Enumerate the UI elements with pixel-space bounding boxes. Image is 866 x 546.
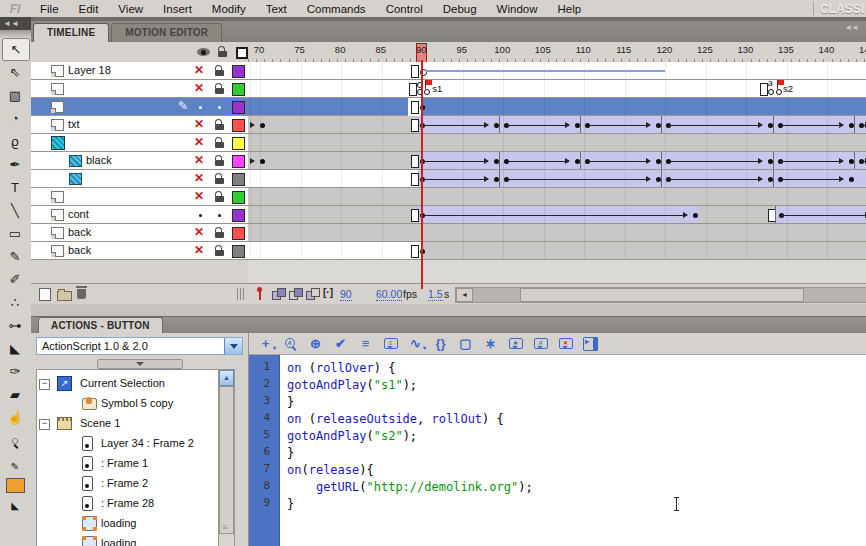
layer-lock-toggle[interactable]: [215, 70, 224, 76]
menu-item-insert[interactable]: Insert: [153, 3, 202, 15]
timeline-frames-row[interactable]: [248, 62, 866, 80]
menu-item-file[interactable]: File: [30, 3, 69, 15]
eraser-tool[interactable]: ▰: [0, 383, 30, 406]
layer-outline-color-swatch[interactable]: [232, 65, 245, 78]
outline-all-layers-icon[interactable]: [236, 47, 248, 59]
modify-markers-button[interactable]: [·]: [323, 287, 333, 298]
debug-options-button[interactable]: ∿▾: [403, 334, 428, 354]
layer-outline-color-swatch[interactable]: [232, 155, 245, 168]
show-code-hint-button[interactable]: ≡: [378, 334, 403, 354]
layer-lock-toggle[interactable]: [215, 88, 224, 94]
lock-all-layers-icon[interactable]: [218, 51, 227, 57]
pencil-tool[interactable]: ✎: [0, 245, 30, 268]
tree-scrollbar[interactable]: ▲: [218, 369, 235, 546]
panel-resize-grip[interactable]: [237, 288, 245, 300]
layer-outline-color-swatch[interactable]: [232, 191, 245, 204]
layer-lock-toggle[interactable]: [218, 214, 221, 217]
bone-tool[interactable]: ⊶: [0, 314, 30, 337]
layer-hidden-toggle[interactable]: ✕: [194, 81, 204, 95]
hand-tool[interactable]: ☝: [0, 406, 30, 429]
layer-outline-color-swatch[interactable]: [232, 209, 245, 222]
layer-visibility-toggle[interactable]: [199, 214, 202, 217]
layer-hidden-toggle[interactable]: ✕: [194, 171, 204, 185]
brush-tool[interactable]: ✐: [0, 268, 30, 291]
layer-row-txt[interactable]: txt✕: [31, 116, 248, 134]
timeline-frames-row[interactable]: [248, 242, 866, 260]
layer-lock-toggle[interactable]: [218, 106, 221, 109]
timeline-frames-row[interactable]: s1as2: [248, 80, 866, 98]
scrollbar-thumb[interactable]: [520, 288, 804, 302]
fill-color-tool[interactable]: ◣: [0, 497, 30, 513]
layer-outline-color-swatch[interactable]: [232, 137, 245, 150]
tree-item-layer-34-frame-2[interactable]: Layer 34 : Frame 2: [37, 434, 218, 454]
expand-all-button[interactable]: ∗: [478, 334, 503, 354]
show-hide-all-layers-icon[interactable]: [197, 48, 210, 56]
zoom-tool[interactable]: ○: [0, 429, 30, 452]
menu-item-debug[interactable]: Debug: [433, 3, 487, 15]
layer-row-unnamed-7[interactable]: ✕: [31, 188, 248, 206]
code-area[interactable]: on (rollOver) {gotoAndPlay("s1");}on (re…: [280, 355, 866, 546]
layer-outline-color-swatch[interactable]: [232, 227, 245, 240]
layer-row-back[interactable]: back✕: [31, 242, 248, 260]
layer-lock-toggle[interactable]: [215, 124, 224, 130]
timeline-frames-row[interactable]: [248, 206, 866, 224]
layer-hidden-toggle[interactable]: ✕: [194, 243, 204, 257]
layer-row-back[interactable]: back✕: [31, 224, 248, 242]
actionscript-version-dropdown[interactable]: ActionScript 1.0 & 2.0: [36, 337, 243, 355]
timeline-frames-row[interactable]: [248, 98, 866, 116]
layer-lock-toggle[interactable]: [215, 142, 224, 148]
tree-expander-minus[interactable]: −: [39, 379, 50, 390]
layer-outline-color-swatch[interactable]: [232, 101, 245, 114]
free-transform-tool[interactable]: ▧: [0, 84, 30, 107]
edit-multiple-frames-button[interactable]: [306, 288, 320, 300]
menu-item-modify[interactable]: Modify: [202, 3, 256, 15]
menu-item-control[interactable]: Control: [376, 3, 433, 15]
tab-timeline[interactable]: TIMELINE: [33, 23, 109, 42]
timeline-ruler[interactable]: 7075808590951001051101151201251301351401…: [248, 42, 866, 63]
selection-tool[interactable]: ↖: [2, 38, 30, 61]
fill-color-swatch-box[interactable]: [6, 478, 25, 493]
insert-target-path-button[interactable]: ⊕: [303, 334, 328, 354]
new-layer-button[interactable]: [39, 288, 51, 301]
timeline-collapse-icon[interactable]: ◄◄: [844, 23, 858, 32]
timeline-frames-row[interactable]: [248, 116, 866, 134]
paint-bucket-tool[interactable]: ◣: [0, 337, 30, 360]
dropdown-chevron-icon[interactable]: [224, 338, 242, 354]
script-editor[interactable]: 123456789 on (rollOver) {gotoAndPlay("s1…: [249, 355, 866, 546]
tab-motion-editor[interactable]: MOTION EDITOR: [111, 23, 222, 42]
tree-item--frame-1[interactable]: : Frame 1: [37, 454, 218, 474]
layer-row-unnamed-4[interactable]: ✕: [31, 134, 248, 152]
layer-row-unnamed-2[interactable]: ✎: [31, 98, 248, 116]
playhead-line[interactable]: [421, 60, 423, 289]
lasso-tool[interactable]: ϱ: [0, 130, 30, 153]
timeline-frames-row[interactable]: [248, 188, 866, 206]
layer-hidden-toggle[interactable]: ✕: [194, 225, 204, 239]
auto-format-button[interactable]: ≡: [353, 334, 378, 354]
spray-brush-tool[interactable]: ∴: [0, 291, 30, 314]
layer-lock-toggle[interactable]: [215, 178, 224, 184]
tree-item-scene-1[interactable]: −Scene 1: [37, 414, 218, 434]
fill-color-swatch[interactable]: [0, 474, 30, 497]
layer-lock-toggle[interactable]: [215, 232, 224, 238]
layer-hidden-toggle[interactable]: ✕: [194, 153, 204, 167]
tree-item-loading[interactable]: loading: [37, 514, 218, 534]
timeline-frames-row[interactable]: [248, 134, 866, 152]
timeline-frames-row[interactable]: [248, 170, 866, 188]
onion-skin-outlines-button[interactable]: [289, 288, 303, 300]
menu-item-help[interactable]: Help: [548, 3, 592, 15]
tree-item--frame-28[interactable]: : Frame 28: [37, 494, 218, 514]
current-frame-field[interactable]: 90: [340, 288, 352, 301]
tree-scrollbar-thumb[interactable]: [219, 386, 234, 534]
scroll-left-button[interactable]: ◂: [456, 288, 473, 302]
layer-lock-toggle[interactable]: [215, 250, 224, 256]
pane-splitter-button[interactable]: [97, 359, 183, 369]
layer-hidden-toggle[interactable]: ✕: [194, 135, 204, 149]
frame-rate-field[interactable]: 60.00: [376, 288, 402, 301]
eyedropper-tool[interactable]: ✑: [0, 360, 30, 383]
new-folder-button[interactable]: [57, 291, 72, 301]
add-script-button[interactable]: +▾: [253, 334, 278, 354]
remove-comment-button[interactable]: ✕: [553, 334, 578, 354]
timeline-frames-row[interactable]: [248, 152, 866, 170]
timeline-frames[interactable]: s1as2: [248, 62, 866, 260]
stroke-color-tool[interactable]: ✎: [0, 458, 30, 474]
